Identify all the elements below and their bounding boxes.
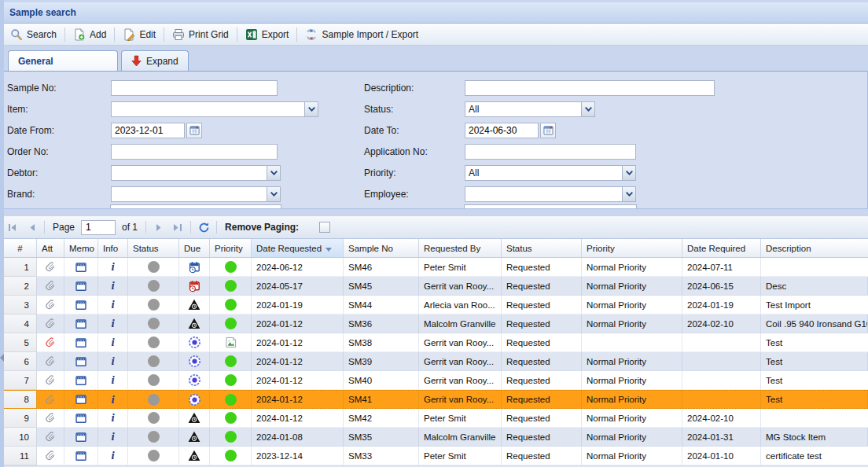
page-label: Page: [53, 222, 75, 233]
toolbar-sample_import_export-button[interactable]: Sample Import / Export: [300, 26, 424, 43]
application_no-input[interactable]: [465, 144, 636, 160]
attachment-paperclip-icon[interactable]: [37, 352, 64, 371]
info-icon[interactable]: i: [98, 258, 128, 277]
refresh-icon[interactable]: [196, 219, 211, 235]
column-header-description[interactable]: Description: [761, 239, 868, 257]
priority-combo[interactable]: All: [465, 165, 636, 181]
description-input[interactable]: [465, 80, 715, 96]
status-combo[interactable]: All: [465, 101, 595, 117]
info-icon[interactable]: i: [98, 409, 128, 428]
memo-icon[interactable]: [64, 314, 98, 333]
attachment-paperclip-icon[interactable]: [37, 314, 64, 333]
column-header-status[interactable]: Status: [128, 239, 179, 257]
memo-icon[interactable]: [64, 428, 98, 447]
info-icon[interactable]: i: [98, 391, 128, 408]
attachment-paperclip-icon[interactable]: [37, 409, 64, 428]
column-header-info[interactable]: Info: [98, 239, 128, 257]
grid-row-SM41[interactable]: 8i2024-01-12SM41Gerrit van Rooy...Reques…: [4, 390, 868, 409]
grid-row-SM36[interactable]: 4i2024-01-12SM36Malcolm GranvilleRequest…: [4, 314, 868, 333]
toolbar-search-button[interactable]: Search: [5, 26, 62, 43]
column-header-priority[interactable]: Priority: [582, 239, 682, 257]
info-icon[interactable]: i: [98, 352, 128, 371]
attachment-paperclip-icon[interactable]: [37, 296, 64, 314]
column-header-[interactable]: #: [4, 239, 37, 257]
attachment-paperclip-icon[interactable]: [37, 371, 64, 390]
toolbar-search-label: Search: [27, 29, 57, 40]
grid-row-SM45[interactable]: 2i2024-05-17SM45Gerrit van Rooy...Reques…: [4, 277, 868, 296]
brand-combo[interactable]: [111, 186, 281, 202]
column-header-date-requested[interactable]: Date Requested: [252, 239, 344, 257]
date_to-input[interactable]: [465, 123, 539, 138]
memo-icon[interactable]: [64, 258, 98, 277]
column-header-due[interactable]: Due: [179, 239, 210, 257]
region-collapse-handle[interactable]: [0, 354, 4, 362]
item-combo[interactable]: [111, 101, 318, 117]
grid-row-SM44[interactable]: 3i2024-01-19SM44Arlecia van Roo...Reques…: [4, 296, 868, 314]
column-header-sample-no[interactable]: Sample No: [344, 239, 419, 257]
order_no-input[interactable]: [111, 144, 278, 160]
grid-row-SM35[interactable]: 10i2024-01-08SM35Malcolm GranvilleReques…: [4, 428, 868, 447]
calendar-icon[interactable]: [540, 123, 556, 138]
previous-page-button[interactable]: [24, 219, 39, 235]
toolbar-print_grid-button[interactable]: Print Grid: [167, 26, 234, 43]
column-header-priority[interactable]: Priority: [210, 239, 252, 257]
memo-icon[interactable]: [64, 447, 98, 465]
next-page-button[interactable]: [151, 219, 167, 235]
sample_no-input[interactable]: [111, 80, 278, 96]
tab-expand[interactable]: Expand: [121, 50, 189, 71]
memo-icon[interactable]: [64, 371, 98, 390]
chevron-down-icon[interactable]: [267, 186, 281, 202]
info-icon[interactable]: i: [98, 371, 128, 390]
info-icon[interactable]: i: [98, 447, 128, 465]
column-header-att[interactable]: Att: [37, 239, 64, 257]
memo-icon[interactable]: [64, 391, 98, 408]
employee-combo[interactable]: [465, 186, 636, 202]
chevron-down-icon[interactable]: [581, 101, 595, 117]
grid-row-SM38[interactable]: 5i2024-01-12SM38Gerrit van Rooy...Reques…: [4, 333, 868, 352]
toolbar-edit-button[interactable]: Edit: [117, 26, 161, 43]
chevron-down-icon[interactable]: [304, 101, 318, 117]
column-header-status[interactable]: Status: [502, 239, 582, 257]
chevron-down-icon[interactable]: [267, 165, 281, 181]
status-indicator-icon: [128, 409, 179, 428]
page-number-input[interactable]: [81, 220, 116, 235]
cell-priority: Normal Priority: [582, 447, 682, 465]
memo-icon[interactable]: [64, 333, 98, 352]
memo-icon[interactable]: [64, 277, 98, 296]
chevron-down-icon[interactable]: [622, 165, 636, 181]
grid-row-SM33[interactable]: 11i2023-12-14SM33Peter SmitRequestedNorm…: [4, 447, 868, 465]
memo-icon[interactable]: [64, 296, 98, 314]
grid-row-SM39[interactable]: 6i2024-01-12SM39Gerrit van Rooy...Reques…: [4, 352, 868, 371]
first-page-button[interactable]: [5, 219, 20, 235]
calendar-icon[interactable]: [186, 123, 202, 138]
tab-general[interactable]: General: [8, 50, 118, 71]
attachment-paperclip-icon[interactable]: [37, 277, 64, 296]
attachment-paperclip-icon[interactable]: [37, 428, 64, 447]
remove-paging-checkbox[interactable]: [319, 222, 330, 233]
row-number: 7: [4, 371, 37, 390]
column-header-requested-by[interactable]: Requested By: [419, 239, 502, 257]
toolbar-add-button[interactable]: Add: [68, 26, 112, 43]
grid-row-SM42[interactable]: 9i2024-01-12SM42Peter SmitRequestedNorma…: [4, 409, 868, 428]
attachment-paperclip-icon[interactable]: [37, 391, 64, 408]
attachment-paperclip-icon[interactable]: [37, 333, 64, 352]
clipped-field: [110, 204, 281, 209]
info-icon[interactable]: i: [98, 333, 128, 352]
chevron-down-icon[interactable]: [622, 186, 636, 202]
debtor-combo[interactable]: [111, 165, 281, 181]
info-icon[interactable]: i: [98, 277, 128, 296]
info-icon[interactable]: i: [98, 428, 128, 447]
memo-icon[interactable]: [64, 352, 98, 371]
column-header-date-required[interactable]: Date Required: [682, 239, 761, 257]
info-icon[interactable]: i: [98, 296, 128, 314]
attachment-paperclip-icon[interactable]: [37, 258, 64, 277]
date_from-input[interactable]: [111, 123, 185, 138]
attachment-paperclip-icon[interactable]: [37, 447, 64, 465]
memo-icon[interactable]: [64, 409, 98, 428]
last-page-button[interactable]: [170, 219, 186, 235]
info-icon[interactable]: i: [98, 314, 128, 333]
toolbar-export-button[interactable]: Export: [240, 26, 295, 43]
column-header-memo[interactable]: Memo: [64, 239, 98, 257]
grid-row-SM40[interactable]: 7i2024-01-12SM40Gerrit van Rooy...Reques…: [4, 371, 868, 390]
grid-row-SM46[interactable]: 1i2024-06-12SM46Peter SmitRequestedNorma…: [4, 258, 868, 277]
